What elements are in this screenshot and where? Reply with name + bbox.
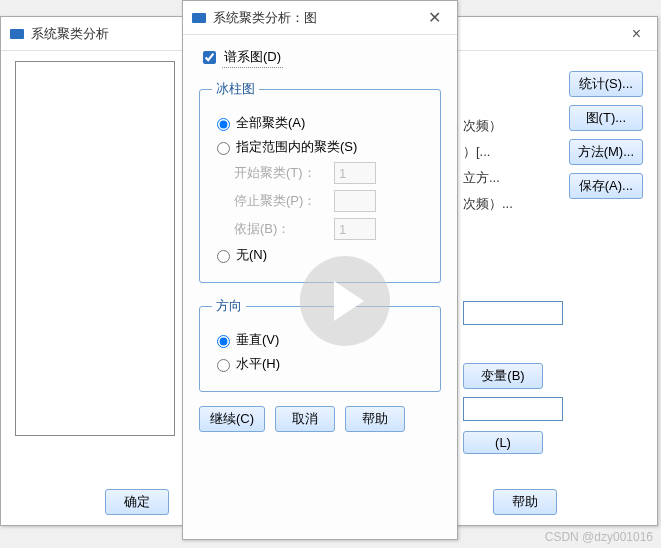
orientation-horizontal-row[interactable]: 水平(H) [212,355,428,373]
list-item: ）[... [463,143,490,161]
icicle-legend: 冰柱图 [212,80,259,98]
horizontal-radio[interactable] [217,359,230,372]
icicle-none-row[interactable]: 无(N) [212,246,428,264]
start-cluster-row: 开始聚类(T)： [234,162,428,184]
dialog-button-row: 继续(C) 取消 帮助 [199,406,441,432]
dialog-help-button[interactable]: 帮助 [345,406,405,432]
main-bottom-buttons: 确定 [105,489,169,515]
by-label: 依据(B)： [234,220,334,238]
app-icon [9,26,25,42]
variable-button[interactable]: 变量(B) [463,363,543,389]
watermark: CSDN @dzy001016 [545,530,653,544]
stop-input [334,190,376,212]
icicle-all-label: 全部聚类(A) [236,114,305,132]
dialog-close-icon[interactable]: ✕ [420,6,449,29]
method-button[interactable]: 方法(M)... [569,139,643,165]
vertical-radio[interactable] [217,335,230,348]
dialog-titlebar: 系统聚类分析：图 ✕ [183,1,457,35]
icicle-all-radio[interactable] [217,118,230,131]
plot-button[interactable]: 图(T)... [569,105,643,131]
icicle-range-label: 指定范围内的聚类(S) [236,138,357,156]
continue-button[interactable]: 继续(C) [199,406,265,432]
dendrogram-checkbox[interactable] [203,51,216,64]
orientation-legend: 方向 [212,297,246,315]
right-button-column: 统计(S)... 图(T)... 方法(M)... 保存(A)... [569,71,643,199]
start-label: 开始聚类(T)： [234,164,334,182]
field-box-2[interactable] [463,397,563,421]
dialog-title: 系统聚类分析：图 [213,9,420,27]
icicle-all-row[interactable]: 全部聚类(A) [212,114,428,132]
list-item: 立方... [463,169,500,187]
horizontal-label: 水平(H) [236,355,280,373]
start-input [334,162,376,184]
play-triangle-icon [334,281,364,321]
by-cluster-row: 依据(B)： [234,218,428,240]
dialog-icon [191,10,207,26]
list-item: 次频） [463,117,502,135]
variable-list[interactable] [15,61,175,436]
list-item: 次频）... [463,195,513,213]
cancel-button[interactable]: 取消 [275,406,335,432]
ok-button[interactable]: 确定 [105,489,169,515]
icicle-none-label: 无(N) [236,246,267,264]
dendrogram-label: 谱系图(D) [222,47,283,68]
main-close-icon[interactable]: × [624,23,649,45]
field-box-1[interactable] [463,301,563,325]
dialog-body: 谱系图(D) 冰柱图 全部聚类(A) 指定范围内的聚类(S) 开始聚类(T)： … [183,35,457,444]
stop-cluster-row: 停止聚类(P)： [234,190,428,212]
main-help-button[interactable]: 帮助 [493,489,557,515]
save-button[interactable]: 保存(A)... [569,173,643,199]
icicle-range-radio[interactable] [217,142,230,155]
icicle-range-row[interactable]: 指定范围内的聚类(S) [212,138,428,156]
dendrogram-row[interactable]: 谱系图(D) [199,47,441,68]
play-overlay-icon[interactable] [300,256,390,346]
icicle-none-radio[interactable] [217,250,230,263]
icicle-fieldset: 冰柱图 全部聚类(A) 指定范围内的聚类(S) 开始聚类(T)： 停止聚类(P)… [199,80,441,283]
vertical-label: 垂直(V) [236,331,279,349]
label-button[interactable]: (L) [463,431,543,454]
stats-button[interactable]: 统计(S)... [569,71,643,97]
by-input [334,218,376,240]
stop-label: 停止聚类(P)： [234,192,334,210]
svg-rect-0 [10,29,24,39]
svg-rect-1 [192,13,206,23]
